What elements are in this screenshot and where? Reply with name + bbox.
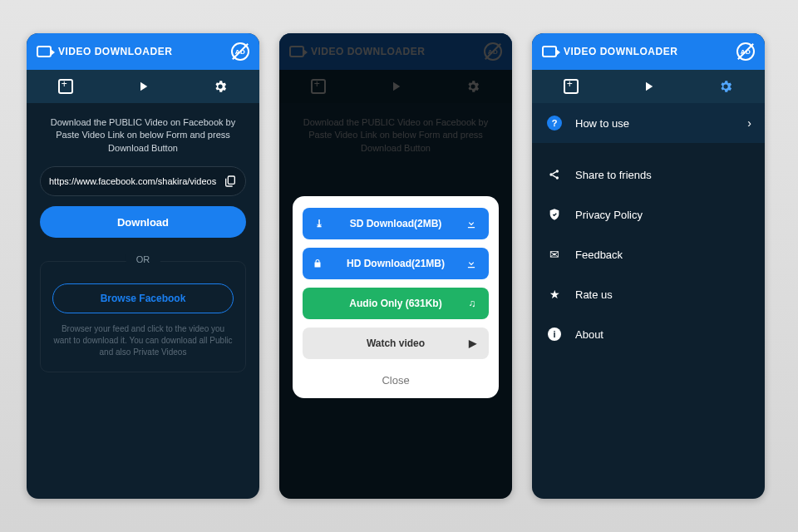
download-arrow-icon <box>466 258 479 269</box>
item-privacy[interactable]: Privacy Policy <box>532 195 765 234</box>
tab-settings[interactable] <box>182 70 259 103</box>
tab-bar <box>27 70 259 103</box>
tab-settings[interactable] <box>687 70 765 103</box>
screen-download-options: VIDEO DOWNLOADER AD Download the PUBLIC … <box>279 33 512 499</box>
info-icon: i <box>545 328 564 341</box>
lock-icon <box>313 258 326 269</box>
tab-videos[interactable] <box>609 70 687 103</box>
screen-download: VIDEO DOWNLOADER AD Download the PUBLIC … <box>27 33 259 499</box>
shield-icon <box>545 208 564 221</box>
music-icon: ♫ <box>466 298 479 309</box>
or-divider: OR <box>126 254 160 264</box>
item-share[interactable]: Share to friends <box>532 155 765 195</box>
tab-browser[interactable] <box>532 70 609 103</box>
download-button[interactable]: Download <box>40 206 246 238</box>
play-icon <box>135 79 150 94</box>
url-value: https://www.facebook.com/shakira/videos <box>49 176 224 186</box>
play-icon: ▶ <box>466 337 479 349</box>
app-title: VIDEO DOWNLOADER <box>58 46 231 57</box>
gear-icon <box>213 79 228 94</box>
option-sd-download[interactable]: ⤓ SD Download(2MB) <box>303 208 489 239</box>
tab-bar <box>532 70 765 103</box>
option-label: HD Download(21MB) <box>326 258 466 269</box>
app-logo-icon <box>542 46 557 57</box>
chevron-right-icon: › <box>747 116 751 130</box>
item-about[interactable]: i About <box>532 314 765 354</box>
item-label: Privacy Policy <box>575 209 751 221</box>
item-label: Feedback <box>575 249 751 261</box>
close-button[interactable]: Close <box>303 367 489 390</box>
item-label: Share to friends <box>575 169 751 181</box>
screen-settings: VIDEO DOWNLOADER AD ? How to use › Share… <box>532 33 765 499</box>
option-label: Watch video <box>326 337 466 349</box>
download-options-modal: ⤓ SD Download(2MB) HD Download(21MB) Aud… <box>293 196 499 398</box>
option-hd-download[interactable]: HD Download(21MB) <box>303 248 489 279</box>
option-audio-only[interactable]: Audio Only (631Kb) ♫ <box>303 288 489 319</box>
instruction-text: Download the PUBLIC Video on Facebook by… <box>40 116 246 155</box>
item-feedback[interactable]: ✉ Feedback <box>532 234 765 274</box>
browse-panel: OR Browse Facebook Browser your feed and… <box>40 261 246 372</box>
item-label: About <box>575 328 751 341</box>
mail-icon: ✉ <box>545 248 564 261</box>
url-input[interactable]: https://www.facebook.com/shakira/videos <box>40 166 246 196</box>
share-icon <box>545 168 564 181</box>
settings-list: ? How to use › Share to friends Privacy … <box>532 103 765 354</box>
option-label: SD Download(2MB) <box>326 218 466 229</box>
tab-videos[interactable] <box>104 70 181 103</box>
svg-rect-0 <box>228 176 234 184</box>
no-ads-icon[interactable]: AD <box>231 42 249 61</box>
question-icon: ? <box>545 116 564 131</box>
browser-icon <box>58 79 73 94</box>
download-arrow-icon <box>466 218 479 229</box>
browser-icon <box>564 79 579 94</box>
paste-icon[interactable] <box>224 175 237 188</box>
screen-body: Download the PUBLIC Video on Facebook by… <box>27 103 259 499</box>
no-ads-icon[interactable]: AD <box>736 42 755 61</box>
app-header: VIDEO DOWNLOADER AD <box>532 33 765 70</box>
browse-facebook-button[interactable]: Browse Facebook <box>52 283 234 313</box>
item-how-to-use[interactable]: ? How to use › <box>532 103 765 143</box>
app-logo-icon <box>37 46 52 57</box>
browse-hint: Browser your feed and click to the video… <box>52 323 234 358</box>
gear-icon <box>718 79 733 94</box>
star-icon: ★ <box>545 288 564 301</box>
app-title: VIDEO DOWNLOADER <box>564 46 736 57</box>
app-header: VIDEO DOWNLOADER AD <box>27 33 259 70</box>
item-rate[interactable]: ★ Rate us <box>532 274 765 314</box>
item-label: Rate us <box>575 288 751 301</box>
option-watch-video[interactable]: Watch video ▶ <box>303 328 489 359</box>
download-icon: ⤓ <box>313 218 326 229</box>
play-icon <box>641 79 656 94</box>
item-label: How to use <box>575 117 747 130</box>
option-label: Audio Only (631Kb) <box>326 298 466 309</box>
tab-browser[interactable] <box>27 70 104 103</box>
